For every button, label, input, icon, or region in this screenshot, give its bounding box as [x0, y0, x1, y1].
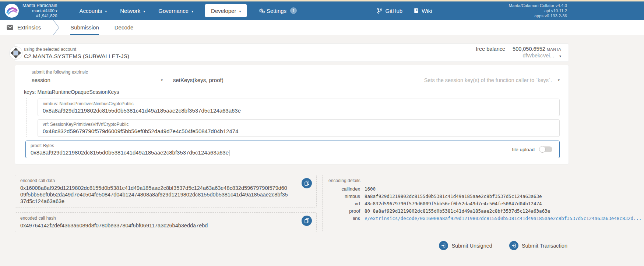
chain-name: Manta Parachain — [22, 3, 57, 8]
file-upload-toggle[interactable] — [539, 146, 552, 152]
extrinsic-section-label: submit the following extrinsic — [32, 70, 560, 75]
tab-bar: Extrinsics Submission Decode — [0, 20, 644, 35]
account-name: C2.MANTA.SYSTEMS (SUBWALLET-JS) — [24, 53, 129, 59]
vrf-key-input[interactable]: vrf: SessionKeyPrimitivesVrfVrfCryptoPub… — [38, 119, 560, 137]
collator-version: Manta/Calamari Collator v4.4.0 — [508, 3, 567, 8]
nimbus-key-value: 0x8a8af929d1219802dc8155d0b5381c41d49a18… — [43, 107, 555, 114]
nimbus-key-label: nimbus: NimbusPrimitivesNimbusCryptoPubl… — [43, 101, 555, 106]
keys-type-label: keys: MantaRuntimeOpaqueSessionKeys — [24, 89, 560, 95]
chevron-down-icon: ▾ — [191, 9, 193, 13]
account-selector-label: using the selected account — [24, 47, 129, 52]
encoding-row-proof: proof 80 8a8af929d1219802dc8155d0b5381c4… — [328, 208, 642, 215]
vrf-key-value: 0x48c832d59679790f579d6009f5bb56ef0b52da… — [43, 128, 555, 134]
copy-icon — [305, 218, 309, 223]
page-content: using the selected account C2.MANTA.SYST… — [15, 43, 569, 250]
chain-selector[interactable]: Manta Parachain manta/4400▾ #1,941,820 — [22, 3, 57, 18]
proof-input[interactable]: proof: Bytes 0x8a8af929d1219802dc8155d0b… — [25, 141, 560, 158]
pallet-selected: session — [32, 77, 50, 83]
api-version: api v10.11.2 — [508, 8, 567, 13]
decode-link[interactable]: #/extrinsics/decode/0x16008a8af929d12198… — [365, 215, 642, 222]
encoding-row-nimbus: nimbus 8a8af929d1219802dc8155d0b5381c41d… — [328, 193, 642, 200]
settings-badge: 1 — [290, 7, 297, 14]
wiki-link[interactable]: Wiki — [414, 8, 432, 14]
file-upload-label: file upload — [512, 147, 535, 152]
tab-decode[interactable]: Decode — [115, 20, 134, 35]
copy-icon — [305, 181, 309, 186]
proof-value: 0x8a8af929d1219802dc8155d0b5381c41d49a18… — [31, 149, 512, 156]
chevron-down-icon: ▾ — [239, 9, 241, 13]
account-address-dropdown[interactable]: dfWbekcVei... ▾ — [476, 53, 561, 59]
account-address-short: dfWbekcVei... — [522, 53, 554, 58]
submit-unsigned-button[interactable]: Submit Unsigned — [439, 241, 492, 250]
section-heading: Extrinsics — [0, 20, 41, 35]
gear-icon: ⚙⚙ — [258, 8, 263, 13]
github-link[interactable]: GitHub — [377, 8, 402, 14]
nav-item-developer[interactable]: Developer▾ — [205, 4, 247, 17]
copy-call-data-button[interactable] — [302, 178, 312, 188]
nav-item-settings[interactable]: ⚙⚙ Settings 1 — [252, 1, 303, 20]
nimbus-key-input[interactable]: nimbus: NimbusPrimitivesNimbusCryptoPubl… — [38, 99, 560, 116]
free-balance: free balance 500,050.6552 MANTA — [476, 46, 561, 53]
account-selector[interactable]: using the selected account C2.MANTA.SYST… — [24, 47, 129, 59]
encoding-details-box: encoding details callindex 1600 nimbus 8… — [322, 175, 644, 232]
method-selected: setKeys(keys, proof) — [173, 77, 224, 83]
encoding-row-callindex: callindex 1600 — [328, 185, 642, 193]
encoded-call-data-label: encoded call data — [20, 178, 311, 183]
encoding-details-title: encoding details — [328, 178, 642, 183]
app-header: Manta Parachain manta/4400▾ #1,941,820 A… — [0, 1, 644, 20]
sign-in-icon — [439, 241, 448, 250]
manta-logo[interactable] — [4, 3, 19, 18]
nav-item-accounts[interactable]: Accounts▾ — [73, 1, 114, 20]
submit-transaction-button[interactable]: Submit Transaction — [509, 241, 567, 250]
pallet-dropdown[interactable]: session ▾ — [32, 77, 163, 83]
chevron-down-icon: ▾ — [143, 9, 145, 13]
text-cursor — [229, 150, 229, 156]
encoded-call-data-box: encoded call data 0x16008a8af929d1219802… — [15, 175, 317, 208]
method-dropdown[interactable]: Sets the session key(s) of the function … — [424, 77, 560, 83]
submit-actions: Submit Unsigned Submit Transaction — [15, 241, 569, 250]
header-links: GitHub Wiki — [377, 8, 432, 14]
tab-submission[interactable]: Submission — [70, 20, 99, 35]
encoded-call-hash-box: encoded call hash 0x49764142f2def4363a60… — [15, 212, 317, 232]
encoded-section: encoded call data 0x16008a8af929d1219802… — [15, 175, 569, 232]
free-balance-label: free balance — [476, 46, 505, 52]
extrinsics-icon — [7, 25, 13, 30]
encoded-call-hash-value: 0x49764142f2def4363a6089d8f0780be337804f… — [20, 222, 311, 229]
chain-spec: manta/4400▾ — [22, 8, 57, 14]
tabs: Submission Decode — [70, 20, 133, 35]
params-indent-group: nimbus: NimbusPrimitivesNimbusCryptoPubl… — [27, 98, 560, 137]
chevron-down-icon: ▾ — [559, 54, 561, 58]
account-card: using the selected account C2.MANTA.SYST… — [15, 43, 569, 62]
toggle-knob — [539, 146, 546, 153]
encoding-row-vrf: vrf 48c832d59679790f579d6009f5bb56ef0b52… — [328, 200, 642, 208]
account-balance-block: free balance 500,050.6552 MANTA dfWbekcV… — [476, 46, 561, 59]
free-balance-value: 500,050.6552 — [513, 46, 545, 52]
encoding-row-link: link #/extrinsics/decode/0x16008a8af929d… — [328, 215, 642, 222]
section-title: Extrinsics — [17, 24, 41, 31]
git-branch-icon — [377, 8, 382, 14]
nav-item-governance[interactable]: Governance▾ — [152, 1, 200, 20]
account-identicon[interactable] — [9, 46, 22, 60]
chevron-down-icon: ▾ — [56, 9, 57, 13]
identicon-image — [9, 46, 22, 60]
encoded-call-hash-label: encoded call hash — [20, 216, 311, 221]
vrf-key-label: vrf: SessionKeyPrimitivesVrfVrfCryptoPub… — [43, 122, 555, 127]
book-icon — [414, 8, 419, 14]
chevron-down-icon: ▾ — [161, 78, 163, 82]
method-hint: Sets the session key(s) of the function … — [424, 77, 552, 83]
copy-call-hash-button[interactable] — [302, 216, 312, 226]
free-balance-unit: MANTA — [547, 47, 561, 52]
sign-in-icon — [509, 241, 518, 250]
encoded-call-data-value: 0x16008a8af929d1219802dc8155d0b5381c41d4… — [20, 185, 311, 205]
breadcrumb-chevron — [52, 20, 61, 35]
version-info: Manta/Calamari Collator v4.4.0 api v10.1… — [508, 3, 567, 18]
chain-block-number: #1,941,820 — [22, 14, 57, 18]
manta-logo-icon — [4, 3, 19, 18]
extrinsic-card: submit the following extrinsic session ▾… — [15, 65, 569, 164]
apps-version: apps v0.133.2-36 — [508, 13, 567, 18]
nav-item-network[interactable]: Network▾ — [113, 1, 152, 20]
chevron-down-icon: ▾ — [558, 78, 560, 82]
main-nav: Accounts▾ Network▾ Governance▾ Developer… — [73, 1, 304, 20]
proof-label: proof: Bytes — [31, 143, 512, 148]
chevron-down-icon: ▾ — [105, 9, 107, 13]
